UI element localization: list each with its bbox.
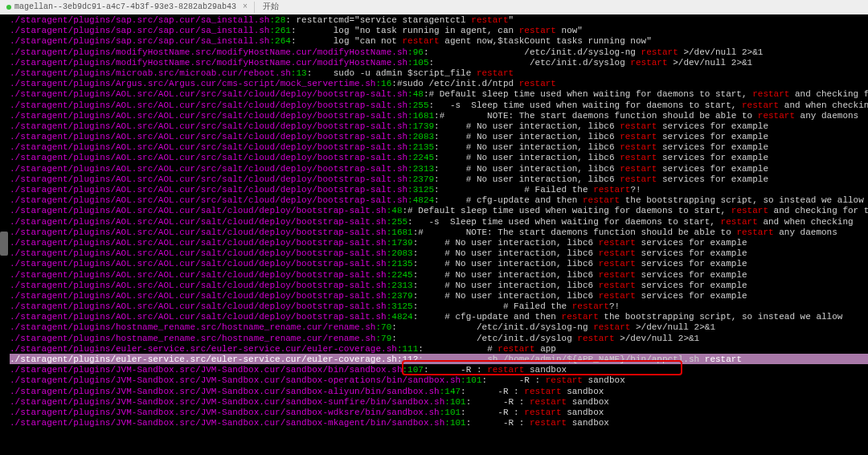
grep-result-line[interactable]: ./staragent/plugins/AOL.src/AOL.cur/src/… <box>10 163 868 174</box>
line-text: : # cfg-update and then <box>413 311 562 322</box>
line-number: 2313 <box>413 163 434 174</box>
grep-result-line[interactable]: ./staragent/plugins/modifyHostName.src/m… <box>10 47 868 57</box>
grep-result-line[interactable]: ./staragent/plugins/JVM-Sandbox.src/JVM-… <box>10 386 868 396</box>
terminal-output[interactable]: ./staragent/plugins/sap.src/sap.cur/sa_i… <box>0 14 868 455</box>
tab-label: 开始 <box>263 2 279 13</box>
grep-result-line[interactable]: ./staragent/plugins/AOL.src/AOL.cur/salt… <box>10 227 868 237</box>
grep-result-line[interactable]: ./staragent/plugins/JVM-Sandbox.src/JVM-… <box>10 417 868 428</box>
tab-bar: magellan--3eb9dc91-a4c7-4b3f-93e3-8282ab… <box>0 0 868 14</box>
line-text-after: sandbox <box>567 396 609 407</box>
tab-session-1[interactable]: magellan--3eb9dc91-a4c7-4b3f-93e3-8282ab… <box>0 2 254 13</box>
grep-result-line[interactable]: ./staragent/plugins/AOL.src/AOL.cur/salt… <box>10 301 868 311</box>
line-number: 16 <box>381 78 391 88</box>
match-keyword: restart <box>530 417 567 428</box>
grep-result-line[interactable]: ./staragent/plugins/hostname_rename.src/… <box>10 322 868 332</box>
line-number: 101 <box>450 417 466 428</box>
grep-result-line[interactable]: ./staragent/plugins/AOL.src/AOL.cur/salt… <box>10 280 868 290</box>
file-path: ./staragent/plugins/euler-service.src/eu… <box>10 354 397 364</box>
close-icon[interactable]: × <box>243 2 248 13</box>
line-text: : # No user interaction, libc6 <box>413 237 599 248</box>
line-text-after: services for example <box>636 269 747 280</box>
file-path: ./staragent/plugins/JVM-Sandbox.src/JVM-… <box>10 386 440 396</box>
line-text: : # No user interaction, libc6 <box>413 248 599 258</box>
line-text: : -R : <box>424 364 487 375</box>
line-text: : # Failed the <box>413 301 572 311</box>
grep-result-line[interactable]: ./staragent/plugins/hostname_rename.src/… <box>10 333 868 343</box>
grep-result-line[interactable]: ./staragent/plugins/JVM-Sandbox.src/JVM-… <box>10 375 868 385</box>
grep-result-line[interactable]: ./staragent/plugins/JVM-Sandbox.src/JVM-… <box>10 396 868 407</box>
grep-result-line[interactable]: ./staragent/plugins/AOL.src/AOL.cur/src/… <box>10 88 868 99</box>
match-keyword: restart <box>583 195 620 205</box>
grep-result-line[interactable]: ./staragent/plugins/JVM-Sandbox.src/JVM-… <box>10 407 868 417</box>
grep-result-line[interactable]: ./staragent/plugins/euler-service.src/eu… <box>10 343 868 354</box>
file-path: ./staragent/plugins/AOL.src/AOL.cur/salt… <box>10 216 387 227</box>
match-keyword: restart <box>620 121 657 131</box>
line-text-after: >/dev/null 2>&1 <box>668 57 753 68</box>
line-text: : log "no task running in agent, can <box>291 25 519 35</box>
line-text-after: any daemons <box>795 110 858 121</box>
match-keyword: restart <box>620 152 657 162</box>
match-keyword: restart <box>524 407 561 417</box>
line-text-after: services for example <box>636 258 747 268</box>
grep-result-line[interactable]: ./staragent/plugins/sap.src/sap.cur/sa_i… <box>10 35 868 46</box>
grep-result-line[interactable]: ./staragent/plugins/AOL.src/AOL.cur/src/… <box>10 131 868 141</box>
match-keyword: restart <box>620 163 657 174</box>
line-number: 28 <box>275 14 285 25</box>
line-number: 111 <box>403 343 419 354</box>
grep-result-line[interactable]: ./staragent/plugins/AOL.src/AOL.cur/salt… <box>10 248 868 258</box>
grep-result-line[interactable]: ./staragent/plugins/AOL.src/AOL.cur/src/… <box>10 100 868 110</box>
grep-result-line[interactable]: ./staragent/plugins/AOL.src/AOL.cur/src/… <box>10 141 868 152</box>
grep-result-line[interactable]: ./staragent/plugins/AOL.src/AOL.cur/salt… <box>10 237 868 248</box>
status-dot-icon <box>6 5 11 10</box>
line-number: 2245 <box>413 152 434 162</box>
line-text: : sh /home/admin/${APP_NAME}/bin/appctl.… <box>418 354 704 364</box>
grep-result-line[interactable]: ./staragent/plugins/euler-service.src/eu… <box>10 354 868 364</box>
file-path: ./staragent/plugins/hostname_rename.src/… <box>10 322 375 332</box>
grep-result-line[interactable]: ./staragent/plugins/AOL.src/AOL.cur/src/… <box>10 110 868 121</box>
file-path: ./staragent/plugins/AOL.src/AOL.cur/salt… <box>10 269 387 280</box>
grep-result-line[interactable]: ./staragent/plugins/Argus.src/Argus.cur/… <box>10 78 868 88</box>
line-number: 261 <box>275 25 291 35</box>
line-number: 79 <box>381 333 391 343</box>
grep-result-line[interactable]: ./staragent/plugins/microab.src/microab.… <box>10 68 868 78</box>
line-number: 2083 <box>391 248 412 258</box>
line-number: 255 <box>413 100 429 110</box>
line-number: 70 <box>381 322 391 332</box>
grep-result-line[interactable]: ./staragent/plugins/AOL.src/AOL.cur/src/… <box>10 121 868 131</box>
match-keyword: restart <box>562 311 599 322</box>
match-keyword: restart <box>599 269 636 280</box>
grep-result-line[interactable]: ./staragent/plugins/AOL.src/AOL.cur/src/… <box>10 195 868 205</box>
line-number: 2379 <box>391 290 412 301</box>
file-path: ./staragent/plugins/modifyHostName.src/m… <box>10 57 407 68</box>
grep-result-line[interactable]: ./staragent/plugins/AOL.src/AOL.cur/salt… <box>10 205 868 215</box>
match-keyword: restart <box>599 290 636 301</box>
file-path: ./staragent/plugins/JVM-Sandbox.src/JVM-… <box>10 407 440 417</box>
grep-result-line[interactable]: ./staragent/plugins/AOL.src/AOL.cur/salt… <box>10 311 868 322</box>
line-text-after: and checking for these running <box>789 88 868 99</box>
line-text-after: >/dev/null 2>&1 <box>615 333 700 343</box>
grep-result-line[interactable]: ./staragent/plugins/AOL.src/AOL.cur/src/… <box>10 174 868 184</box>
grep-result-line[interactable]: ./staragent/plugins/modifyHostName.src/m… <box>10 57 868 68</box>
grep-result-line[interactable]: ./staragent/plugins/AOL.src/AOL.cur/src/… <box>10 184 868 195</box>
line-text-after: >/dev/null 2>&1 <box>630 322 715 332</box>
grep-result-line[interactable]: ./staragent/plugins/sap.src/sap.cur/sa_i… <box>10 14 868 25</box>
grep-result-line[interactable]: ./staragent/plugins/AOL.src/AOL.cur/src/… <box>10 152 868 162</box>
file-path: ./staragent/plugins/AOL.src/AOL.cur/salt… <box>10 311 387 322</box>
match-keyword: restart <box>641 47 678 57</box>
grep-result-line[interactable]: ./staragent/plugins/JVM-Sandbox.src/JVM-… <box>10 364 868 375</box>
tab-start[interactable]: 开始 <box>254 2 287 13</box>
match-keyword: restart <box>705 354 742 364</box>
grep-result-line[interactable]: ./staragent/plugins/AOL.src/AOL.cur/salt… <box>10 269 868 280</box>
line-text: : # cfg-update and then <box>434 195 583 205</box>
grep-result-line[interactable]: ./staragent/plugins/sap.src/sap.cur/sa_i… <box>10 25 868 35</box>
line-text-after: sandbox <box>567 417 609 428</box>
grep-result-line[interactable]: ./staragent/plugins/AOL.src/AOL.cur/salt… <box>10 216 868 227</box>
line-text: : /etc/init.d/syslog-ng <box>424 47 641 57</box>
file-path: ./staragent/plugins/euler-service.src/eu… <box>10 343 397 354</box>
line-text-after: app <box>535 343 556 354</box>
grep-result-line[interactable]: ./staragent/plugins/AOL.src/AOL.cur/salt… <box>10 258 868 268</box>
line-text: :# NOTE: The start daemons function shou… <box>413 227 737 237</box>
line-text: : /etc/init.d/syslog <box>429 57 631 68</box>
grep-result-line[interactable]: ./staragent/plugins/AOL.src/AOL.cur/salt… <box>10 290 868 301</box>
line-text: : # No user interaction, libc6 <box>413 269 599 280</box>
